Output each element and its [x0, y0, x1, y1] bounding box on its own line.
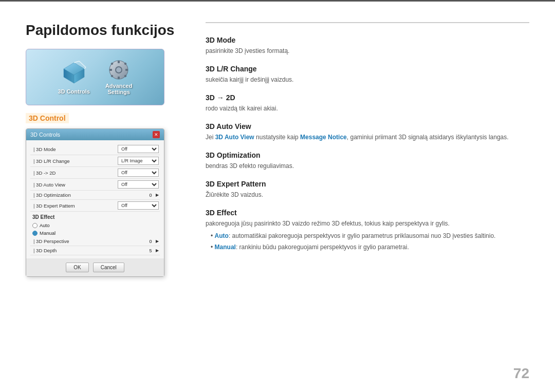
- dialog-select-expert-pattern[interactable]: Off: [118, 201, 159, 210]
- depth-arrow[interactable]: ▶: [156, 248, 159, 253]
- dialog-row-label-lr-change: 3D L/R Change: [31, 158, 118, 164]
- dialog-row-label-depth: 3D Depth: [31, 248, 145, 253]
- dialog-box: 3D Controls ✕ 3D Mode Off 3D L/R Change: [26, 128, 164, 277]
- dialog-radio-auto-row[interactable]: Auto: [30, 221, 160, 229]
- highlight-message-notice: Message Notice: [300, 134, 347, 141]
- advanced-settings-icon-item: AdvancedSettings: [105, 60, 133, 95]
- dialog-row-label-3d-2d: 3D -> 2D: [31, 170, 118, 176]
- desc-3d-effect: pakoreguoja jūsų pasirinkto 3D vaizdo re…: [206, 219, 529, 228]
- desc-expert-pattern: Žiūrėkite 3D vaizdus.: [206, 190, 529, 199]
- svg-line-3: [74, 61, 79, 63]
- dialog-select-lr-change[interactable]: L/R Image: [118, 157, 159, 165]
- svg-rect-10: [118, 77, 120, 79]
- 3d-controls-icon-item: 3D Controls: [58, 60, 90, 95]
- desc-lr-change: sukeičia kairįjį ir dešinįjį vaizdus.: [206, 75, 529, 84]
- dialog-ok-button[interactable]: OK: [66, 263, 88, 272]
- dialog-row-label-optimization: 3D Optimization: [31, 192, 145, 198]
- dialog-body: 3D Mode Off 3D L/R Change L/R Image: [26, 140, 164, 258]
- right-panel-divider: [206, 22, 529, 23]
- dialog-row-depth: 3D Depth 5 ▶: [30, 246, 160, 255]
- advanced-settings-label: AdvancedSettings: [105, 83, 133, 95]
- section-expert-pattern: 3D Expert Pattern Žiūrėkite 3D vaizdus.: [206, 180, 529, 199]
- bullet-manual: Manual: rankiniu būdu pakoreguojami pers…: [211, 242, 529, 252]
- icon-panel: 3D Controls: [26, 49, 164, 105]
- dialog-row-label-auto-view: 3D Auto View: [31, 182, 118, 188]
- svg-point-8: [116, 67, 121, 72]
- dialog-row-label-expert-pattern: 3D Expert Pattern: [31, 203, 118, 209]
- heading-auto-view: 3D Auto View: [206, 122, 529, 130]
- dialog-select-3d-mode[interactable]: Off: [118, 145, 159, 153]
- section-auto-view: 3D Auto View Jei 3D Auto View nustatysit…: [206, 122, 529, 142]
- cube-icon: [61, 60, 87, 86]
- desc-optimization: bendras 3D efekto reguliavimas.: [206, 161, 529, 171]
- control-label: 3D Control: [26, 113, 69, 123]
- dialog-row-lr-change: 3D L/R Change L/R Image: [30, 155, 160, 167]
- dialog-select-3d-2d[interactable]: Off: [118, 169, 159, 177]
- dialog-title: 3D Controls: [30, 132, 60, 138]
- effect-bullets: Auto: automatiškai pakoreguoja perspekty…: [206, 231, 529, 252]
- dialog-row-label-3d-mode: 3D Mode: [31, 146, 118, 152]
- dialog-row-expert-pattern: 3D Expert Pattern Off: [30, 200, 160, 212]
- optimization-value: 0: [145, 193, 156, 198]
- radio-auto[interactable]: [32, 223, 38, 228]
- svg-rect-11: [109, 69, 112, 71]
- desc-auto-view: Jei 3D Auto View nustatysite kaip Messag…: [206, 133, 529, 142]
- dialog-select-auto-view[interactable]: Off: [118, 180, 159, 189]
- heading-lr-change: 3D L/R Change: [206, 65, 529, 73]
- dialog-section-3d-effect: 3D Effect: [30, 212, 160, 221]
- gear-icon: [108, 60, 129, 80]
- page-container: Papildomos funkcijos: [0, 0, 555, 392]
- dialog-row-3d-mode: 3D Mode Off: [30, 143, 160, 155]
- dialog-row-label-perspective: 3D Perspective: [31, 238, 145, 244]
- dialog-row-3d-2d: 3D -> 2D Off: [30, 167, 160, 179]
- radio-manual-label: Manual: [40, 230, 55, 236]
- svg-line-5: [84, 67, 86, 69]
- bullet-auto-bold: Auto: [215, 232, 229, 239]
- heading-3d-effect: 3D Effect: [206, 209, 529, 217]
- section-3d-effect: 3D Effect pakoreguoja jūsų pasirinkto 3D…: [206, 209, 529, 252]
- heading-3d-2d: 3D → 2D: [206, 94, 529, 102]
- left-panel: Papildomos funkcijos: [26, 17, 185, 377]
- dialog-radio-manual-row[interactable]: Manual: [30, 229, 160, 237]
- desc-3d-mode: pasirinkite 3D įvesties formatą.: [206, 46, 529, 55]
- highlight-auto-view: 3D Auto View: [215, 134, 254, 141]
- section-3d-mode: 3D Mode pasirinkite 3D įvesties formatą.: [206, 36, 529, 55]
- heading-3d-mode: 3D Mode: [206, 36, 529, 44]
- dialog-buttons: OK Cancel: [26, 258, 164, 276]
- section-3d-2d: 3D → 2D rodo vaizdą tik kairei akiai.: [206, 94, 529, 113]
- bullet-auto: Auto: automatiškai pakoreguoja perspekty…: [211, 231, 529, 240]
- bullet-manual-bold: Manual: [215, 244, 236, 251]
- 3d-controls-label: 3D Controls: [58, 88, 90, 95]
- depth-value: 5: [145, 248, 156, 253]
- svg-rect-12: [125, 69, 128, 71]
- section-lr-change: 3D L/R Change sukeičia kairįjį ir dešinį…: [206, 65, 529, 84]
- page-number: 72: [513, 365, 529, 382]
- perspective-value: 0: [145, 239, 156, 244]
- dialog-cancel-button[interactable]: Cancel: [93, 263, 124, 272]
- desc-3d-2d: rodo vaizdą tik kairei akiai.: [206, 104, 529, 113]
- radio-auto-label: Auto: [40, 222, 50, 228]
- page-title: Papildomos funkcijos: [26, 22, 185, 39]
- svg-rect-9: [118, 61, 120, 63]
- optimization-arrow[interactable]: ▶: [156, 193, 159, 197]
- radio-manual[interactable]: [32, 231, 38, 236]
- content-area: Papildomos funkcijos: [0, 2, 555, 392]
- right-panel: 3D Mode pasirinkite 3D įvesties formatą.…: [206, 17, 529, 377]
- dialog-row-perspective: 3D Perspective 0 ▶: [30, 237, 160, 246]
- heading-expert-pattern: 3D Expert Pattern: [206, 180, 529, 188]
- perspective-arrow[interactable]: ▶: [156, 239, 159, 244]
- dialog-row-optimization: 3D Optimization 0 ▶: [30, 191, 160, 200]
- dialog-row-auto-view: 3D Auto View Off: [30, 179, 160, 191]
- heading-optimization: 3D Optimization: [206, 151, 529, 159]
- dialog-titlebar: 3D Controls ✕: [26, 129, 164, 140]
- section-optimization: 3D Optimization bendras 3D efekto reguli…: [206, 151, 529, 171]
- dialog-close-button[interactable]: ✕: [153, 131, 160, 138]
